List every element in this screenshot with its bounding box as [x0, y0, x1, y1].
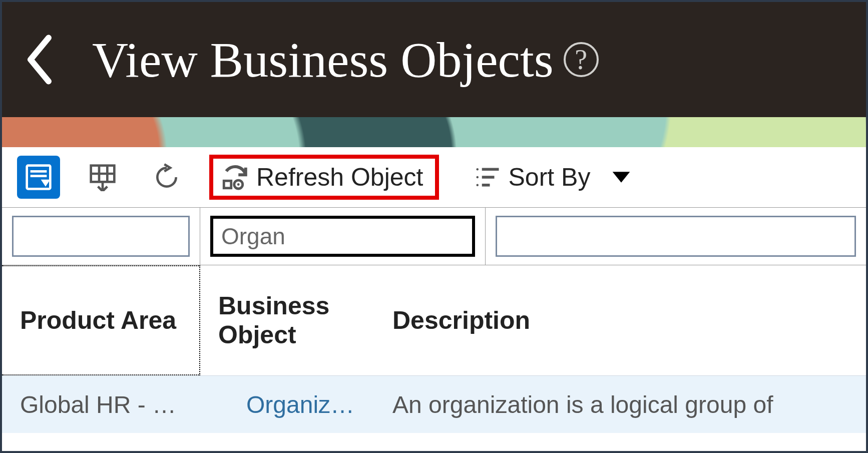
help-icon[interactable]: ? [564, 42, 599, 77]
svg-marker-17 [613, 172, 630, 182]
cell-description: An organization is a logical group of [374, 391, 866, 418]
svg-rect-8 [224, 181, 231, 188]
page-header: View Business Objects ? [2, 2, 866, 117]
svg-marker-3 [41, 180, 51, 187]
column-filter-row [2, 207, 866, 265]
filter-cell-product-area [2, 208, 200, 265]
cell-business-object-link[interactable]: Organization [228, 391, 374, 418]
refresh-object-button[interactable]: Refresh Object [209, 155, 439, 200]
column-header-description[interactable]: Description [374, 265, 866, 375]
refresh-object-icon [220, 163, 249, 192]
table-row[interactable]: Global HR - … Organization An organizati… [2, 375, 866, 433]
sort-by-label: Sort By [508, 163, 590, 192]
cell-product-area: Global HR - … [2, 391, 228, 418]
page-title: View Business Objects ? [92, 31, 599, 89]
back-button[interactable] [22, 30, 57, 90]
svg-point-14 [477, 168, 479, 171]
decorative-banner [2, 117, 866, 147]
export-button[interactable] [81, 156, 124, 199]
sort-by-button[interactable]: Sort By [469, 160, 636, 195]
reset-button[interactable] [145, 156, 188, 199]
table-header-row: Product Area Business Object Description [2, 265, 866, 375]
page-title-text: View Business Objects [92, 31, 554, 89]
column-header-product-area[interactable]: Product Area [2, 265, 200, 375]
product-area-filter-input[interactable] [12, 216, 190, 257]
business-object-filter-input[interactable] [210, 216, 475, 257]
description-filter-input[interactable] [496, 216, 856, 257]
refresh-object-label: Refresh Object [256, 163, 423, 192]
filter-form-icon [25, 163, 53, 191]
undo-circle-icon [153, 163, 181, 191]
caret-down-icon [611, 170, 631, 184]
filter-cell-business-object [200, 208, 486, 265]
svg-point-10 [237, 183, 240, 186]
column-header-business-object[interactable]: Business Object [200, 265, 374, 375]
toolbar: Refresh Object Sort By [2, 147, 866, 207]
chevron-left-icon [25, 32, 55, 87]
filter-cell-description [486, 208, 866, 265]
svg-point-16 [477, 184, 479, 187]
svg-point-15 [477, 176, 479, 179]
grid-export-icon [89, 163, 117, 191]
query-by-example-button[interactable] [17, 156, 60, 199]
sort-icon [474, 164, 501, 191]
